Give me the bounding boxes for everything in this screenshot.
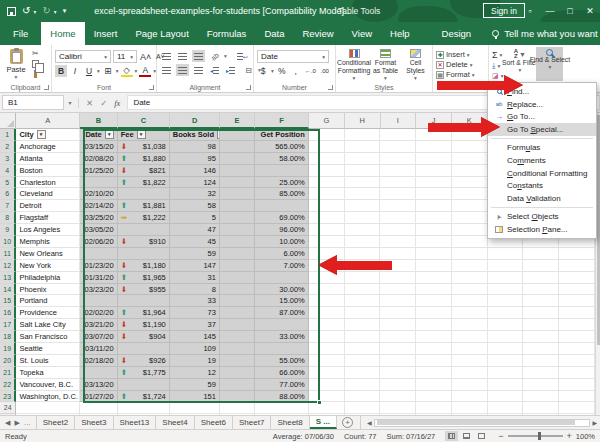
row-header-6[interactable]: 6 — [0, 188, 16, 200]
cell-books-sold[interactable]: 32 — [170, 188, 220, 200]
cell-date[interactable] — [80, 295, 118, 307]
cell-position[interactable]: 565.00% — [255, 141, 309, 153]
accounting-format-icon[interactable]: $ — [257, 65, 269, 77]
cell-k[interactable] — [452, 236, 488, 248]
prev-sheet-icon[interactable]: ◀ — [5, 419, 10, 427]
cell-k[interactable] — [452, 260, 488, 272]
cell-city[interactable]: Portland — [16, 295, 80, 307]
cell-e[interactable] — [220, 200, 255, 212]
cell-e[interactable] — [220, 212, 255, 224]
cell-g[interactable] — [309, 153, 345, 165]
cell-i[interactable] — [380, 391, 416, 403]
menu-item-comments[interactable]: Comments — [488, 154, 596, 167]
row-header-10[interactable]: 10 — [0, 236, 16, 248]
cell-i[interactable] — [380, 319, 416, 331]
cell-position[interactable] — [255, 200, 309, 212]
cell-position[interactable]: 55.00% — [255, 355, 309, 367]
cell-n[interactable] — [559, 379, 595, 391]
cell-j[interactable] — [416, 177, 452, 189]
cell-k[interactable] — [452, 212, 488, 224]
cell-fee[interactable]: ⬇$926 — [118, 355, 170, 367]
cell-fee[interactable] — [118, 343, 170, 355]
fill-color-icon[interactable]: ◇ — [121, 65, 133, 77]
ribbon-display-options-icon[interactable]: ▫ — [520, 0, 540, 22]
new-sheet-icon[interactable]: + — [342, 417, 353, 428]
cell-n[interactable] — [559, 307, 595, 319]
decrease-indent-icon[interactable]: ◂ — [208, 64, 221, 76]
cell-i[interactable] — [380, 177, 416, 189]
tab-view[interactable]: View — [343, 22, 381, 45]
sheet-tab-active[interactable]: S ... — [310, 416, 337, 429]
cell-h[interactable] — [345, 224, 381, 236]
cell-date[interactable]: 02/02/20 — [80, 307, 118, 319]
cell-j[interactable] — [416, 379, 452, 391]
cell-k[interactable] — [452, 200, 488, 212]
cell-position[interactable] — [255, 319, 309, 331]
cell-fee[interactable]: ⬇$1,180 — [118, 260, 170, 272]
cell-j[interactable] — [416, 153, 452, 165]
zoom-level[interactable]: 100% — [576, 432, 595, 441]
cell-position[interactable]: 87.00% — [255, 307, 309, 319]
cell-n[interactable] — [559, 260, 595, 272]
cell-e[interactable] — [220, 355, 255, 367]
cell-date[interactable]: 03/05/20 — [80, 224, 118, 236]
row-header-1[interactable]: 1 — [0, 129, 16, 141]
cell-e[interactable] — [220, 343, 255, 355]
sheet-tab-sheet7[interactable]: Sheet7 — [233, 416, 271, 429]
redo-caret-icon[interactable]: ▾ — [54, 8, 57, 15]
menu-item-conditional-formatting[interactable]: Conditional Formatting — [488, 167, 596, 180]
cell-h[interactable] — [345, 295, 381, 307]
cell-fee[interactable]: ⬆$1,965 — [118, 272, 170, 284]
cell-h[interactable] — [345, 284, 381, 296]
tab-file[interactable]: File — [0, 22, 41, 45]
cell-city[interactable]: Los Angeles — [16, 224, 80, 236]
cell-h[interactable] — [345, 402, 381, 414]
cell-m[interactable] — [523, 379, 559, 391]
cell-books-sold[interactable]: 5 — [170, 212, 220, 224]
cell-h[interactable] — [345, 177, 381, 189]
decrease-decimal-icon[interactable]: .00 — [319, 65, 331, 77]
cell-books-sold[interactable]: 33 — [170, 295, 220, 307]
cell-position[interactable] — [255, 343, 309, 355]
cell-fee[interactable]: ⬆$1,881 — [118, 200, 170, 212]
cell-i[interactable] — [380, 414, 416, 415]
cell-h[interactable] — [345, 319, 381, 331]
cell-k[interactable] — [452, 367, 488, 379]
cell-date[interactable]: 03/13/20 — [80, 379, 118, 391]
cell-position[interactable]: 33.00% — [255, 331, 309, 343]
cell-d[interactable] — [170, 414, 220, 415]
cell-i[interactable] — [380, 224, 416, 236]
column-header-f[interactable]: F — [255, 113, 309, 129]
cell-books-sold[interactable]: 58 — [170, 200, 220, 212]
cell-j[interactable] — [416, 212, 452, 224]
cell-books-sold[interactable]: 109 — [170, 343, 220, 355]
insert-function-icon[interactable]: fx — [114, 98, 120, 108]
cell-styles-button[interactable]: Cell Styles▾ — [402, 47, 429, 81]
cell-books-sold[interactable]: 19 — [170, 355, 220, 367]
cell-n[interactable] — [559, 414, 595, 415]
cell-m[interactable] — [523, 284, 559, 296]
cell-date[interactable]: 03/07/20 — [80, 331, 118, 343]
cell-e[interactable] — [220, 307, 255, 319]
cell-books-sold[interactable]: 8 — [170, 284, 220, 296]
cell-i[interactable] — [380, 284, 416, 296]
cell-k[interactable] — [452, 355, 488, 367]
cell-fee[interactable]: ⬇$955 — [118, 284, 170, 296]
cell-i[interactable] — [380, 355, 416, 367]
borders-icon[interactable]: ⊞ — [102, 65, 114, 77]
increase-decimal-icon[interactable]: ←.0 — [304, 65, 317, 77]
cell-city[interactable]: Providence — [16, 307, 80, 319]
cell-city[interactable]: St. Louis — [16, 355, 80, 367]
cell-j[interactable] — [416, 260, 452, 272]
cell-h[interactable] — [345, 129, 381, 141]
cell-books-sold[interactable]: 59 — [170, 379, 220, 391]
cell-k[interactable] — [452, 402, 488, 414]
row-header-15[interactable]: 15 — [0, 295, 16, 307]
cell-j[interactable] — [416, 414, 452, 415]
row-header-25[interactable]: 25 — [0, 414, 16, 415]
wrap-text-icon[interactable]: ↩ — [236, 50, 249, 62]
increase-indent-icon[interactable]: ▸ — [224, 64, 237, 76]
cell-l[interactable] — [488, 272, 524, 284]
copy-icon[interactable] — [32, 60, 39, 68]
cell-fee[interactable]: ⬇$1,190 — [118, 319, 170, 331]
